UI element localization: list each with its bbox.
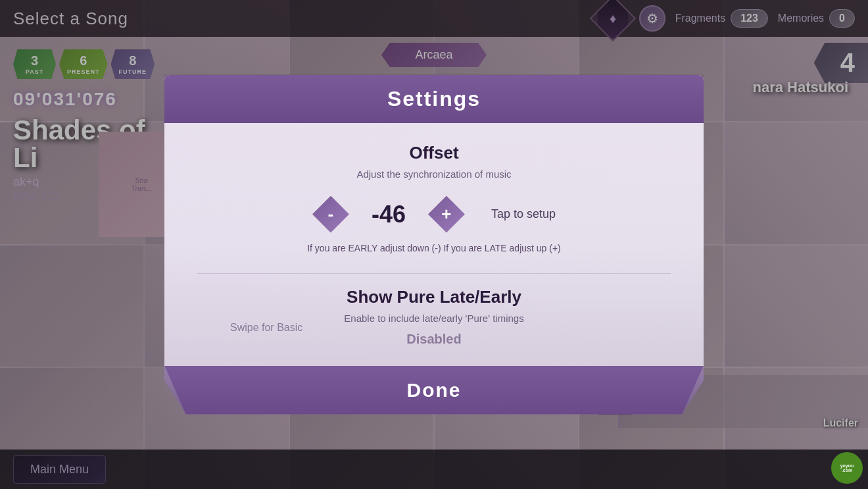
section-divider (197, 273, 671, 274)
done-button[interactable]: Done (178, 379, 690, 401)
offset-section-title: Offset (197, 143, 671, 163)
settings-content: Offset Adjust the synchronization of mus… (197, 143, 671, 347)
pure-section-title: Show Pure Late/Early (197, 287, 671, 307)
watermark: yoyou.com (831, 452, 863, 484)
settings-modal-overlay: Settings Offset Adjust the synchronizati… (0, 0, 868, 489)
settings-footer: Done (164, 366, 704, 415)
offset-plus-button[interactable]: + (428, 196, 465, 233)
watermark-text: yoyou.com (839, 462, 856, 474)
swipe-hint: Swipe for Basic (230, 322, 302, 334)
settings-title: Settings (176, 87, 692, 111)
settings-modal: Settings Offset Adjust the synchronizati… (164, 75, 704, 415)
pure-status[interactable]: Disabled (197, 332, 671, 347)
offset-value: -46 (362, 201, 415, 228)
settings-header: Settings (164, 75, 704, 123)
tap-to-setup-button[interactable]: Tap to setup (491, 207, 556, 221)
offset-controls: - -46 + Tap to setup (197, 196, 671, 233)
offset-section-desc: Adjust the synchronization of music (197, 168, 671, 180)
offset-minus-button[interactable]: - (312, 196, 349, 233)
offset-hint: If you are EARLY adjust down (-) If you … (197, 243, 671, 253)
settings-body: Offset Adjust the synchronization of mus… (164, 123, 704, 367)
